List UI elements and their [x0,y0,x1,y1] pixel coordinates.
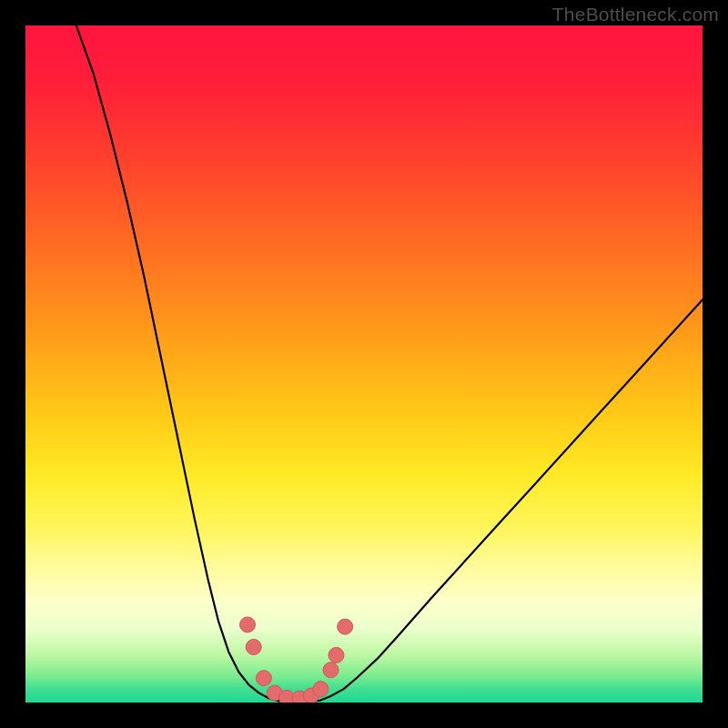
plot-area [25,25,703,703]
marker-point [313,682,329,697]
marker-point [246,639,261,654]
marker-point [329,647,344,662]
watermark-label: TheBottleneck.com [552,4,719,25]
marker-point [338,619,353,634]
marker-point [256,671,271,686]
chart-frame: TheBottleneck.com [0,0,728,728]
marker-point [240,617,256,632]
highlight-markers [240,617,353,703]
marker-point [323,662,339,678]
chart-svg [25,25,703,703]
bottleneck-curve [76,25,703,702]
